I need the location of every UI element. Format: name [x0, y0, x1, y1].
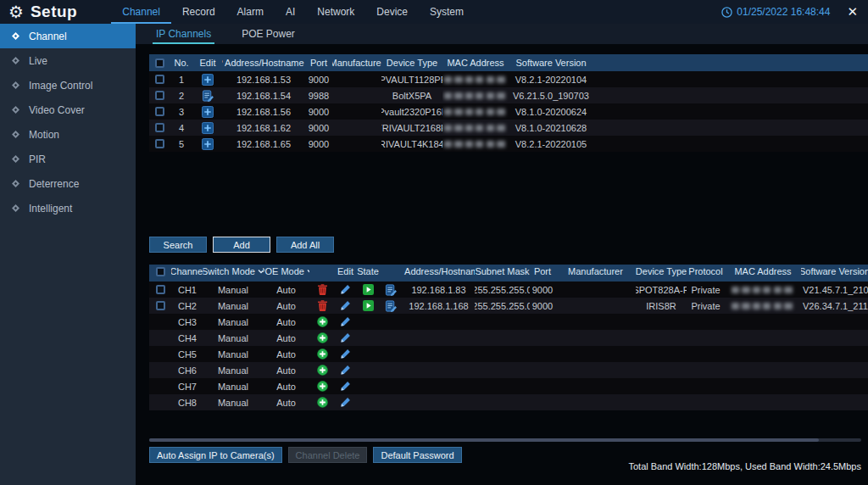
channel-row[interactable]: CH2ManualAuto192.168.1.168255.255.255.09…: [149, 298, 868, 314]
subtab-poe-power[interactable]: POE Power: [238, 24, 298, 44]
close-icon[interactable]: ✕: [847, 4, 858, 20]
channel-row[interactable]: CH1ManualAuto192.168.1.83255.255.255.090…: [149, 282, 868, 298]
row-checkbox[interactable]: [156, 285, 165, 294]
cell-manufacturer: [332, 103, 381, 120]
row-checkbox[interactable]: [155, 91, 164, 100]
sidebar-item-live[interactable]: Live: [0, 48, 136, 73]
cell-software-version: [801, 314, 868, 330]
edit-pencil-icon[interactable]: [340, 300, 351, 311]
cell-device-type: IPvault2320P16N: [381, 103, 442, 120]
cell-switch-mode: Manual: [203, 378, 263, 394]
column-label: Software Version: [801, 266, 868, 276]
channel-row[interactable]: CH4ManualAuto: [149, 330, 868, 346]
channel-row[interactable]: CH8ManualAuto: [149, 394, 868, 410]
discovered-device-row[interactable]: 2192.168.1.549988BoltX5PAV6.21.5.0_19070…: [149, 87, 868, 103]
cell-channel: CH4: [171, 330, 203, 346]
edit-pencil-icon[interactable]: [340, 316, 351, 327]
row-checkbox[interactable]: [155, 139, 164, 148]
nav-tab-ai[interactable]: AI: [275, 0, 306, 24]
sidebar-item-channel[interactable]: Channel: [0, 24, 136, 48]
cell-checkbox: [149, 71, 170, 87]
row-checkbox[interactable]: [155, 75, 164, 84]
add-channel-icon[interactable]: [317, 365, 328, 376]
sidebar-item-pir[interactable]: PIR: [0, 147, 136, 171]
add-device-icon[interactable]: [202, 138, 214, 150]
nav-tab-record[interactable]: Record: [171, 0, 226, 24]
nav-tab-system[interactable]: System: [419, 0, 475, 24]
cell-manufacturer: [555, 362, 636, 378]
default-password-button[interactable]: Default Password: [373, 447, 461, 463]
cell-edit-action: [335, 362, 356, 378]
edit-pencil-icon[interactable]: [340, 284, 351, 295]
add-button[interactable]: Add: [213, 237, 270, 253]
channel-row[interactable]: CH5ManualAuto: [149, 346, 868, 362]
header-device-type: Device Type: [636, 265, 687, 278]
edit-document-icon[interactable]: [202, 90, 214, 102]
delete-channel-icon[interactable]: [318, 300, 327, 311]
add-channel-icon[interactable]: [317, 397, 328, 408]
horizontal-scrollbar[interactable]: [149, 438, 861, 442]
sidebar-item-image-control[interactable]: Image Control: [0, 73, 136, 98]
cell-subnet-mask: [475, 330, 530, 346]
edit-pencil-icon[interactable]: [340, 381, 351, 392]
edit-pencil-icon[interactable]: [340, 365, 351, 376]
cell-text: Manual: [218, 398, 248, 408]
cell-state-action: [356, 378, 380, 394]
add-channel-icon[interactable]: [317, 348, 328, 360]
cell-device-type: IRIS8R: [636, 298, 687, 314]
nav-tab-network[interactable]: Network: [306, 0, 365, 24]
edit-pencil-icon[interactable]: [340, 332, 351, 343]
subtab-ip-channels[interactable]: IP Channels: [153, 24, 214, 44]
sidebar-item-deterrence[interactable]: Deterrence: [0, 171, 136, 196]
edit-document-icon[interactable]: [385, 300, 398, 312]
row-checkbox[interactable]: [155, 107, 164, 116]
cell-mac-address: [725, 314, 801, 330]
row-checkbox[interactable]: [156, 301, 165, 310]
channel-row[interactable]: CH3ManualAuto: [149, 314, 868, 330]
discovered-device-row[interactable]: 1192.168.1.539000IPVAULT1128PRV8.2.1-202…: [149, 71, 868, 87]
sidebar-item-motion[interactable]: Motion: [0, 122, 136, 147]
delete-channel-icon[interactable]: [318, 284, 327, 295]
sidebar-item-video-cover[interactable]: Video Cover: [0, 98, 136, 122]
discovered-device-row[interactable]: 4192.168.1.629000TRIVAULT2168RV8.1.0-202…: [149, 120, 868, 136]
edit-pencil-icon[interactable]: [340, 397, 351, 408]
cell-checkbox: [149, 120, 170, 136]
discovered-device-row[interactable]: 3192.168.1.569000IPvault2320P16NV8.1.0-2…: [149, 103, 868, 120]
edit-pencil-icon[interactable]: [340, 348, 351, 360]
search-button[interactable]: Search: [149, 237, 207, 253]
add-device-icon[interactable]: [202, 106, 214, 118]
sidebar-item-intelligent[interactable]: Intelligent: [0, 196, 136, 220]
cell-manufacturer: [332, 120, 381, 136]
discovered-device-row[interactable]: 5192.168.1.659000TRIVAULT4K184RV8.2.1-20…: [149, 136, 868, 152]
channel-row[interactable]: CH6ManualAuto: [149, 362, 868, 378]
cell-text: Private: [691, 301, 720, 311]
channel-state-icon[interactable]: [363, 300, 374, 311]
sidebar-item-label: Channel: [29, 31, 67, 42]
header-mac-address: MAC Address: [442, 54, 509, 71]
auto-assign-ip-button[interactable]: Auto Assign IP to Camera(s): [149, 447, 282, 463]
scrollbar-thumb[interactable]: [149, 438, 819, 442]
channel-row[interactable]: CH7ManualAuto: [149, 378, 868, 394]
edit-document-icon[interactable]: [385, 284, 398, 296]
header-software-version: Software Version: [509, 54, 593, 71]
cell-state-action: [356, 298, 380, 314]
add-channel-icon[interactable]: [317, 381, 328, 392]
redacted-mac-value: [444, 76, 507, 83]
add-all-button[interactable]: Add All: [276, 237, 334, 253]
select-all-checkbox[interactable]: [156, 267, 165, 276]
add-device-icon[interactable]: [202, 122, 214, 134]
cell-params-action: [380, 394, 403, 410]
add-channel-icon[interactable]: [317, 316, 328, 327]
cell-text: CH4: [178, 333, 197, 343]
cell-text: 192.168.1.168: [409, 301, 468, 311]
add-device-icon[interactable]: [202, 74, 214, 86]
nav-tab-device[interactable]: Device: [365, 0, 419, 24]
cell-manufacturer: [555, 314, 636, 330]
row-checkbox[interactable]: [155, 123, 164, 132]
nav-tab-channel[interactable]: Channel: [111, 0, 171, 24]
cell-edit: [193, 71, 222, 87]
select-all-checkbox[interactable]: [155, 59, 164, 68]
channel-state-icon[interactable]: [363, 284, 374, 295]
nav-tab-alarm[interactable]: Alarm: [226, 0, 275, 24]
add-channel-icon[interactable]: [317, 332, 328, 343]
